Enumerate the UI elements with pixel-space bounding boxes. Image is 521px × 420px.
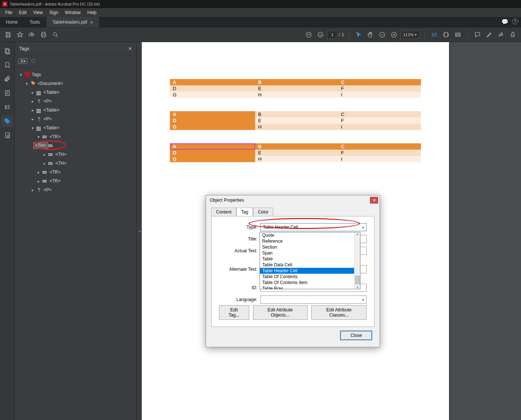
- svg-point-10: [6, 119, 6, 120]
- doc-table-1: ABC DEF GHI: [170, 79, 421, 98]
- menu-window[interactable]: Window: [62, 9, 84, 16]
- dd-reference[interactable]: Reference: [260, 238, 360, 244]
- tree-document[interactable]: <Document>: [38, 81, 63, 86]
- dd-toc-item[interactable]: Table Of Contents Item: [260, 280, 360, 286]
- star-icon[interactable]: [15, 30, 25, 40]
- type-dropdown-list[interactable]: Quote Reference Section Span Table Table…: [260, 232, 360, 289]
- tree-tr-1[interactable]: <TR>: [49, 134, 61, 139]
- page-up-icon[interactable]: [304, 30, 314, 40]
- menu-sign[interactable]: Sign: [47, 9, 61, 16]
- order-icon[interactable]: [1, 101, 13, 113]
- tags-icon[interactable]: [1, 115, 13, 127]
- tree-tr-2[interactable]: <TR>: [49, 170, 61, 175]
- selected-cell: A: [170, 143, 255, 150]
- highlight-icon[interactable]: [484, 30, 494, 40]
- doc-table-2: ABC DEF GHI: [170, 111, 421, 130]
- search-icon[interactable]: [50, 30, 61, 40]
- page-down-icon[interactable]: [315, 30, 326, 40]
- fit-page-icon[interactable]: [441, 30, 451, 40]
- type-combobox[interactable]: Table Header Cell▾: [260, 223, 367, 231]
- page-total: 1: [342, 32, 344, 37]
- dialog-close-icon[interactable]: ✕: [370, 197, 378, 204]
- panel-close-icon[interactable]: ×: [128, 45, 132, 52]
- panel-splitter[interactable]: [137, 42, 142, 420]
- tree-p-1[interactable]: <P>: [44, 99, 52, 104]
- label-id: ID:: [219, 285, 257, 290]
- tree-tr-3[interactable]: <TR>: [49, 178, 61, 184]
- tab-home[interactable]: Home: [0, 17, 24, 27]
- zoom-out-icon[interactable]: [377, 30, 387, 40]
- edit-tag-button[interactable]: Edit Tag...: [219, 305, 249, 320]
- dd-table-row[interactable]: Table Row: [260, 286, 360, 289]
- app-icon: A: [2, 1, 7, 7]
- accessibility-icon[interactable]: [1, 129, 13, 141]
- label-title: Title:: [219, 236, 257, 242]
- menu-edit[interactable]: Edit: [16, 9, 30, 16]
- tree-table-2[interactable]: <Table>: [44, 107, 59, 113]
- dropdown-scrollbar[interactable]: ▴▾: [354, 232, 360, 289]
- object-properties-dialog: Object Properties ✕ Content Tag Color Ty…: [206, 195, 380, 347]
- dd-toc[interactable]: Table Of Contents: [260, 274, 360, 280]
- tree-p-3[interactable]: <P>: [44, 187, 52, 192]
- dd-quote[interactable]: Quote: [260, 232, 360, 238]
- tab-document[interactable]: TableHeaders.pdf ×: [47, 17, 99, 27]
- zoom-in-icon[interactable]: [389, 30, 399, 40]
- fit-width-icon[interactable]: [429, 30, 439, 40]
- tags-panel: Tags × ☰▾ ⓘ Tags <Document> <Table> ¶<P>…: [15, 42, 137, 420]
- stamp-icon[interactable]: [508, 30, 518, 40]
- dialog-tab-tag[interactable]: Tag: [236, 208, 253, 216]
- page-number-input[interactable]: [327, 31, 337, 39]
- tree-th-1-selected[interactable]: <TH>: [18, 141, 136, 150]
- read-mode-icon[interactable]: [453, 30, 463, 40]
- panel-options-icon[interactable]: ☰▾: [18, 58, 27, 64]
- tree-tags-root[interactable]: Tags: [32, 72, 41, 77]
- dialog-tab-color[interactable]: Color: [253, 208, 273, 216]
- dd-table-header-cell[interactable]: Table Header Cell: [260, 268, 360, 274]
- notifications-icon[interactable]: 💬: [501, 18, 508, 25]
- close-icon[interactable]: ×: [90, 20, 93, 25]
- tree-p-2[interactable]: <P>: [44, 116, 52, 122]
- comment-icon[interactable]: [472, 30, 483, 40]
- help-icon[interactable]: ?: [512, 18, 518, 24]
- tree-table-1[interactable]: <Table>: [44, 90, 59, 95]
- edit-attr-objects-button[interactable]: Edit Attribute Objects...: [253, 305, 308, 320]
- hand-icon[interactable]: [365, 30, 376, 40]
- menu-help[interactable]: Help: [85, 9, 100, 16]
- svg-rect-5: [445, 33, 448, 37]
- save-icon[interactable]: [3, 30, 13, 40]
- content-icon[interactable]: [1, 87, 13, 99]
- panel-info-icon[interactable]: ⓘ: [31, 58, 35, 64]
- print-icon[interactable]: [38, 30, 49, 40]
- dd-section[interactable]: Section: [260, 244, 360, 250]
- tree-th-3[interactable]: <TH>: [55, 161, 66, 166]
- dd-span[interactable]: Span: [260, 250, 360, 256]
- svg-rect-8: [6, 49, 10, 54]
- window-title: TableHeaders.pdf - Adobe Acrobat Pro DC …: [10, 2, 100, 6]
- tree-th-2[interactable]: <TH>: [55, 152, 66, 157]
- attachments-icon[interactable]: [1, 73, 13, 85]
- tags-tree[interactable]: Tags <Document> <Table> ¶<P> <Table> ¶<P…: [15, 67, 136, 420]
- close-button[interactable]: Close: [340, 331, 372, 340]
- edit-attr-classes-button[interactable]: Edit Attribute Classes...: [311, 305, 367, 320]
- dialog-tab-content[interactable]: Content: [211, 208, 236, 216]
- label-actual-text: Actual Text:: [219, 248, 257, 253]
- menu-view[interactable]: View: [30, 9, 46, 16]
- label-alt-text: Alternate Text:: [219, 267, 257, 272]
- tab-document-label: TableHeaders.pdf: [52, 20, 87, 25]
- doc-table-3: ABC DEF GHI: [170, 143, 421, 162]
- menu-file[interactable]: File: [2, 9, 15, 16]
- dd-table[interactable]: Table: [260, 256, 360, 262]
- titlebar: A TableHeaders.pdf - Adobe Acrobat Pro D…: [0, 0, 521, 8]
- signature-icon[interactable]: [496, 30, 506, 40]
- tab-tools[interactable]: Tools: [24, 17, 46, 27]
- tree-table-3[interactable]: <Table>: [44, 125, 59, 130]
- pointer-icon[interactable]: [353, 30, 364, 40]
- svg-point-0: [53, 33, 56, 36]
- zoom-level[interactable]: 111%▼: [401, 31, 420, 39]
- dialog-title: Object Properties: [210, 198, 244, 203]
- cloud-icon[interactable]: [27, 30, 37, 40]
- page-sep: /: [339, 32, 340, 37]
- bookmarks-icon[interactable]: [1, 59, 13, 71]
- dd-table-data-cell[interactable]: Table Data Cell: [260, 262, 360, 268]
- thumbnails-icon[interactable]: [1, 45, 13, 57]
